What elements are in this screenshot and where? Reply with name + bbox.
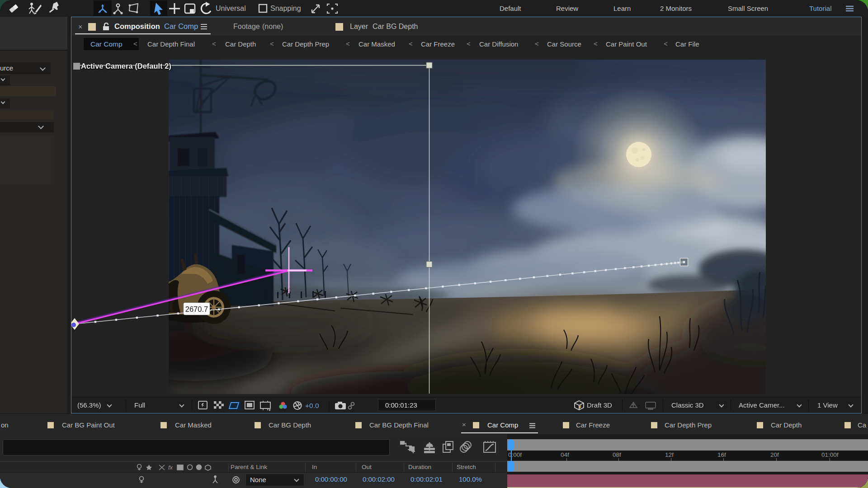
svg-text:+0.0: +0.0 <box>305 402 319 409</box>
svg-text:Universal: Universal <box>216 5 246 12</box>
svg-text:2670.7: 2670.7 <box>185 305 208 313</box>
svg-text:fx: fx <box>168 464 173 471</box>
svg-text:Snapping: Snapping <box>270 5 301 12</box>
